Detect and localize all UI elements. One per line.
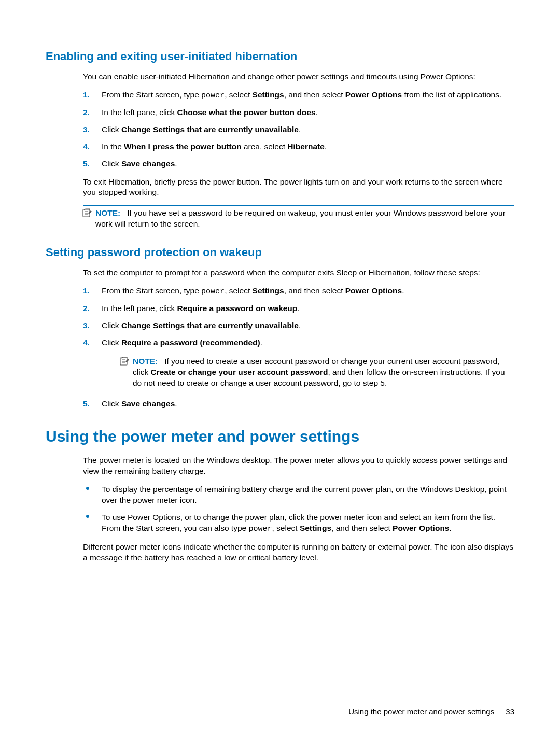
code-power: power bbox=[201, 287, 225, 296]
step-text: Click Require a password (recommended). bbox=[102, 338, 262, 347]
bullet-1: To display the percentage of remaining b… bbox=[83, 484, 514, 506]
note-icon bbox=[82, 208, 92, 218]
step-text: In the When I press the power button are… bbox=[102, 142, 327, 151]
step-number: 5. bbox=[83, 159, 90, 170]
step-text: In the left pane, click Require a passwo… bbox=[102, 304, 300, 313]
step-number: 3. bbox=[83, 320, 90, 331]
note-label: NOTE: bbox=[95, 208, 120, 217]
step-text: From the Start screen, type power, selec… bbox=[102, 286, 404, 295]
note-text: If you have set a password to be require… bbox=[95, 208, 506, 228]
bullet-2: To use Power Options, or to change the p… bbox=[83, 512, 514, 535]
step-3: 3. Click Change Settings that are curren… bbox=[83, 124, 514, 135]
step-number: 4. bbox=[83, 338, 90, 348]
step-text: Click Change Settings that are currently… bbox=[102, 321, 301, 330]
exit-hibernation-text: To exit Hibernation, briefly press the p… bbox=[83, 177, 514, 199]
step-number: 4. bbox=[83, 142, 90, 152]
footer-text: Using the power meter and power settings bbox=[348, 707, 494, 716]
heading-power-meter: Using the power meter and power settings bbox=[46, 426, 514, 447]
bullet-icon bbox=[86, 487, 89, 490]
step-4: 4. In the When I press the power button … bbox=[83, 142, 514, 152]
after-power-meter: Different power meter icons indicate whe… bbox=[83, 542, 514, 564]
step-text: Click Save changes. bbox=[102, 159, 177, 168]
step-number: 1. bbox=[83, 90, 90, 101]
step-text: From the Start screen, type power, selec… bbox=[102, 90, 501, 99]
note-password: NOTE: If you need to create a user accou… bbox=[120, 354, 514, 392]
step-number: 1. bbox=[83, 286, 90, 297]
page-number: 33 bbox=[506, 707, 514, 716]
step-3: 3. Click Change Settings that are curren… bbox=[83, 320, 514, 331]
bullets-power-meter: To display the percentage of remaining b… bbox=[83, 484, 514, 535]
step-number: 2. bbox=[83, 303, 90, 314]
code-power: power bbox=[248, 525, 272, 533]
steps-password: 1. From the Start screen, type power, se… bbox=[83, 286, 514, 410]
step-text: Click Save changes. bbox=[102, 399, 177, 408]
heading-hibernation: Enabling and exiting user-initiated hibe… bbox=[46, 49, 514, 64]
intro-power-meter: The power meter is located on the Window… bbox=[83, 455, 514, 477]
step-number: 2. bbox=[83, 107, 90, 118]
note-hibernation: NOTE: If you have set a password to be r… bbox=[83, 205, 514, 233]
step-1: 1. From the Start screen, type power, se… bbox=[83, 90, 514, 101]
step-1: 1. From the Start screen, type power, se… bbox=[83, 286, 514, 297]
step-number: 5. bbox=[83, 399, 90, 410]
code-power: power bbox=[201, 91, 225, 100]
step-text: Click Change Settings that are currently… bbox=[102, 125, 301, 134]
heading-password: Setting password protection on wakeup bbox=[46, 245, 514, 260]
page-footer: Using the power meter and power settings… bbox=[348, 707, 514, 717]
steps-hibernation: 1. From the Start screen, type power, se… bbox=[83, 90, 514, 170]
step-number: 3. bbox=[83, 124, 90, 135]
note-icon bbox=[119, 356, 130, 367]
step-2: 2. In the left pane, click Require a pas… bbox=[83, 303, 514, 314]
step-text: In the left pane, click Choose what the … bbox=[102, 108, 318, 117]
bullet-text: To use Power Options, or to change the p… bbox=[102, 513, 495, 532]
intro-hibernation: You can enable user-initiated Hibernatio… bbox=[83, 72, 514, 82]
intro-password: To set the computer to prompt for a pass… bbox=[83, 268, 514, 278]
note-content: NOTE: If you need to create a user accou… bbox=[120, 356, 514, 389]
bullet-text: To display the percentage of remaining b… bbox=[102, 485, 507, 504]
bullet-icon bbox=[86, 515, 89, 518]
note-label: NOTE: bbox=[133, 357, 158, 366]
step-5: 5. Click Save changes. bbox=[83, 399, 514, 410]
step-2: 2. In the left pane, click Choose what t… bbox=[83, 107, 514, 118]
document-page: Enabling and exiting user-initiated hibe… bbox=[0, 0, 560, 597]
step-4: 4. Click Require a password (recommended… bbox=[83, 338, 514, 392]
step-5: 5. Click Save changes. bbox=[83, 159, 514, 170]
note-content: NOTE: If you have set a password to be r… bbox=[83, 208, 514, 230]
